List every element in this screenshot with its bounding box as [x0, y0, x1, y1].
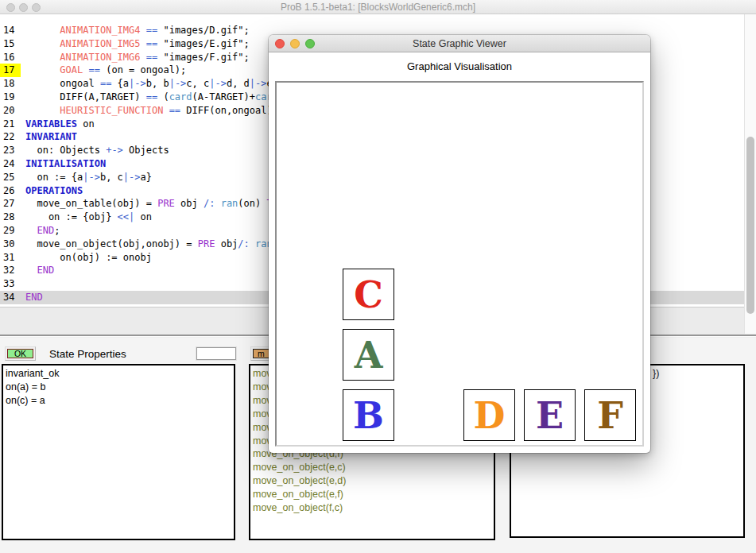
- visualisation-canvas: CABDEF: [275, 81, 644, 447]
- list-item[interactable]: move_on_object(e,f): [250, 488, 494, 501]
- line-number: 30: [0, 238, 21, 251]
- list-item[interactable]: invariant_ok: [3, 367, 234, 381]
- list-item[interactable]: move_on_object(f,c): [250, 501, 494, 515]
- line-number: 22: [0, 130, 21, 144]
- line-number: 31: [0, 251, 21, 265]
- prob-main-window: { "window": { "title": "ProB 1.5.1-beta1…: [0, 0, 756, 553]
- line-number: 16: [0, 51, 21, 64]
- state-graphic-viewer-dialog: State Graphic Viewer Graphical Visualisa…: [269, 35, 650, 453]
- line-number: 24: [0, 157, 21, 171]
- state-properties-indicator[interactable]: [196, 347, 236, 360]
- visualisation-heading: Graphical Visualisation: [269, 60, 650, 72]
- line-number: 14: [0, 24, 21, 37]
- block-d: D: [463, 389, 515, 441]
- line-number: 33: [0, 277, 21, 291]
- line-number: 23: [0, 144, 21, 157]
- line-number: 32: [0, 264, 21, 277]
- invariant-ok-label: OK: [7, 349, 33, 358]
- editor-scrollbar[interactable]: [744, 14, 756, 334]
- line-number: 29: [0, 224, 21, 238]
- block-f: F: [584, 389, 636, 441]
- window-title: ProB 1.5.1-beta1: [BlocksWorldGeneric6.m…: [0, 2, 756, 13]
- line-number: 21: [0, 118, 21, 131]
- list-item[interactable]: on(c) = a: [3, 394, 234, 408]
- list-item[interactable]: move_on_object(e,c): [250, 461, 494, 474]
- state-properties-list[interactable]: invariant_okon(a) = bon(c) = a: [2, 364, 235, 540]
- line-number: 25: [0, 171, 21, 184]
- line-number: 26: [0, 184, 21, 198]
- scrollbar-thumb[interactable]: [746, 137, 754, 314]
- line-number: 28: [0, 211, 21, 224]
- line-number: 18: [0, 77, 21, 91]
- invariant-ok-button[interactable]: OK: [5, 346, 36, 361]
- state-properties-title: State Properties: [49, 348, 126, 360]
- line-number: 27: [0, 197, 21, 211]
- line-number: 20: [0, 104, 21, 118]
- dialog-title: State Graphic Viewer: [269, 38, 650, 49]
- block-e: E: [524, 389, 576, 441]
- block-b: B: [343, 389, 394, 441]
- main-titlebar[interactable]: ProB 1.5.1-beta1: [BlocksWorldGeneric6.m…: [0, 0, 756, 14]
- line-number: 17: [0, 64, 21, 77]
- block-a: A: [343, 329, 394, 381]
- list-item[interactable]: move_on_object(e,d): [250, 474, 494, 488]
- dialog-titlebar[interactable]: State Graphic Viewer: [269, 35, 650, 52]
- line-number: 34: [0, 291, 21, 304]
- line-number: 19: [0, 91, 21, 104]
- line-number: 15: [0, 37, 21, 51]
- list-item[interactable]: on(a) = b: [3, 381, 234, 394]
- block-c: C: [343, 269, 394, 320]
